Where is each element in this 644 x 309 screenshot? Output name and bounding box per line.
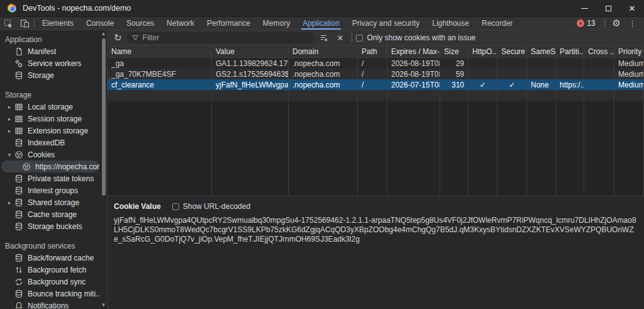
tab-privacy-and-security[interactable]: Privacy and security (346, 17, 426, 30)
database-icon (14, 289, 23, 298)
toolbar-divider (34, 19, 35, 28)
tab-memory[interactable]: Memory (257, 17, 296, 30)
sidebar-section-storage: Storage (0, 89, 107, 101)
sidebar-item-interest-groups[interactable]: Interest groups (0, 184, 99, 196)
cookie-row-ga-70k7mbe4sf[interactable]: _ga_70K7MBE4SF GS2.1.s1752569463$o... .n… (108, 69, 644, 79)
divider (604, 19, 605, 28)
cookie-value-text[interactable]: yjFafN_flHeLWMvgpa4QUtpcRY2Swmualbq30mpg… (114, 216, 638, 244)
chevron-right-icon[interactable]: ▸ (5, 199, 14, 206)
application-sidebar: Application Manifest Service workers Sto… (0, 30, 108, 308)
database-icon (14, 186, 23, 195)
sidebar-item-local-storage[interactable]: ▸ Local storage (0, 101, 99, 113)
chrome-logo-icon (8, 4, 16, 13)
tab-network[interactable]: Network (160, 17, 201, 30)
close-icon: ✕ (629, 4, 636, 13)
httponly-checkmark: ✓ (469, 79, 497, 90)
cookie-value-title: Cookie Value (114, 202, 161, 211)
tab-performance[interactable]: Performance (201, 17, 257, 30)
sidebar-item-storage[interactable]: Storage (0, 69, 99, 81)
database-icon (14, 254, 23, 262)
close-button[interactable]: ✕ (620, 0, 644, 16)
gear-icon: ⚙ (613, 18, 621, 28)
sidebar-item-cookies[interactable]: ▾ Cookies (0, 149, 99, 160)
kebab-menu-icon: ⋮ (628, 19, 636, 28)
inspect-element-button[interactable] (0, 17, 16, 30)
column-header-expires[interactable]: Expires / Max-A... (387, 46, 440, 57)
device-toolbar-button[interactable] (16, 17, 33, 30)
column-header-samesite[interactable]: SameS... (527, 46, 556, 57)
column-header-value[interactable]: Value (212, 46, 289, 57)
sidebar-section-background-services: Background services (0, 240, 107, 252)
sidebar-item-private-state-tokens[interactable]: Private state tokens (0, 172, 99, 184)
clear-all-cookies-button[interactable] (315, 33, 333, 42)
secure-checkmark: ✓ (497, 79, 527, 90)
sync-icon (14, 278, 23, 286)
sidebar-item-back-forward-cache[interactable]: Back/forward cache (0, 252, 99, 264)
tabbar-right-controls: ✕ 13 ⚙ ⋮ (577, 17, 644, 30)
sidebar-item-session-storage[interactable]: ▸ Session storage (0, 113, 99, 125)
column-header-secure[interactable]: Secure (497, 46, 527, 57)
tab-application[interactable]: Application (296, 17, 346, 30)
sidebar-item-storage-buckets[interactable]: Storage buckets (0, 220, 99, 232)
database-icon (14, 198, 23, 207)
tab-elements[interactable]: Elements (36, 17, 80, 30)
column-header-cross-site[interactable]: Cross ... (584, 46, 614, 57)
sidebar-item-manifest[interactable]: Manifest (0, 45, 99, 57)
sidebar-item-background-sync[interactable]: Background sync (0, 276, 99, 288)
sidebar-item-cache-storage[interactable]: Cache storage (0, 208, 99, 220)
sidebar-item-shared-storage[interactable]: ▸ Shared storage (0, 196, 99, 208)
divider (352, 33, 352, 42)
cookie-row-cf-clearance[interactable]: cf_clearance yjFafN_flHeLWMvgpa4... .nop… (108, 79, 644, 90)
filter-box[interactable] (126, 32, 315, 43)
sidebar-item-service-workers[interactable]: Service workers (0, 57, 99, 69)
refresh-button[interactable]: ↻ (111, 32, 126, 43)
sidebar-item-cookies-nopecha[interactable]: https://nopecha.com (1, 160, 99, 172)
database-icon (14, 222, 23, 231)
sidebar-item-extension-storage[interactable]: ▸ Extension storage (0, 125, 99, 137)
only-issue-label: Only show cookies with an issue (367, 33, 475, 42)
scroll-down-icon[interactable]: ▼ (100, 302, 107, 308)
cookie-row-ga[interactable]: _ga GA1.1.139829624.1752... .nopecha.com… (108, 58, 644, 69)
column-header-domain[interactable]: Domain (289, 46, 358, 57)
column-header-path[interactable]: Path (358, 46, 387, 57)
minimize-button[interactable] (572, 0, 596, 16)
sidebar-scrollbar[interactable]: ▲ ▼ (100, 30, 107, 308)
scroll-up-icon[interactable]: ▲ (100, 31, 107, 37)
database-icon (14, 71, 23, 80)
tab-recorder[interactable]: Recorder (475, 17, 519, 30)
tab-console[interactable]: Console (80, 17, 120, 30)
chevron-right-icon[interactable]: ▸ (5, 128, 14, 134)
column-header-partition[interactable]: Partiti... (556, 46, 584, 57)
column-header-size[interactable]: Size (440, 46, 469, 57)
chevron-right-icon[interactable]: ▸ (5, 104, 14, 110)
chevron-right-icon[interactable]: ▸ (5, 116, 14, 122)
sidebar-item-indexeddb[interactable]: IndexedDB (0, 137, 99, 149)
database-icon (14, 210, 23, 219)
gears-icon (14, 59, 23, 68)
column-header-priority[interactable]: Priority (614, 46, 644, 57)
window-controls: ✕ (572, 0, 644, 16)
column-header-name[interactable]: Name (108, 46, 212, 57)
error-icon: ✕ (577, 20, 584, 27)
delete-selected-button[interactable]: ✕ (333, 33, 348, 43)
bell-icon (14, 301, 23, 309)
filter-input[interactable] (143, 33, 310, 42)
maximize-button[interactable] (596, 0, 620, 16)
sidebar-item-bounce-tracking-mitigations[interactable]: Bounce tracking miti... (0, 288, 99, 300)
database-icon (14, 174, 23, 183)
sidebar-item-background-fetch[interactable]: Background fetch (0, 264, 99, 276)
minimize-icon (581, 8, 588, 9)
scrollbar-thumb[interactable] (102, 38, 106, 196)
sidebar-item-notifications[interactable]: Notifications (0, 300, 99, 308)
more-options-button[interactable]: ⋮ (625, 19, 640, 28)
show-url-decoded-label: Show URL-decoded (183, 202, 250, 211)
only-issue-checkbox[interactable] (356, 35, 363, 42)
chevron-down-icon[interactable]: ▾ (5, 152, 14, 158)
show-url-decoded-checkbox[interactable] (172, 203, 179, 210)
tab-lighthouse[interactable]: Lighthouse (426, 17, 475, 30)
column-header-httponly[interactable]: HttpO... (469, 46, 497, 57)
settings-button[interactable]: ⚙ (609, 18, 625, 29)
tab-sources[interactable]: Sources (120, 17, 160, 30)
error-count-badge[interactable]: ✕ 13 (577, 19, 595, 28)
empty-table-row (108, 90, 644, 101)
